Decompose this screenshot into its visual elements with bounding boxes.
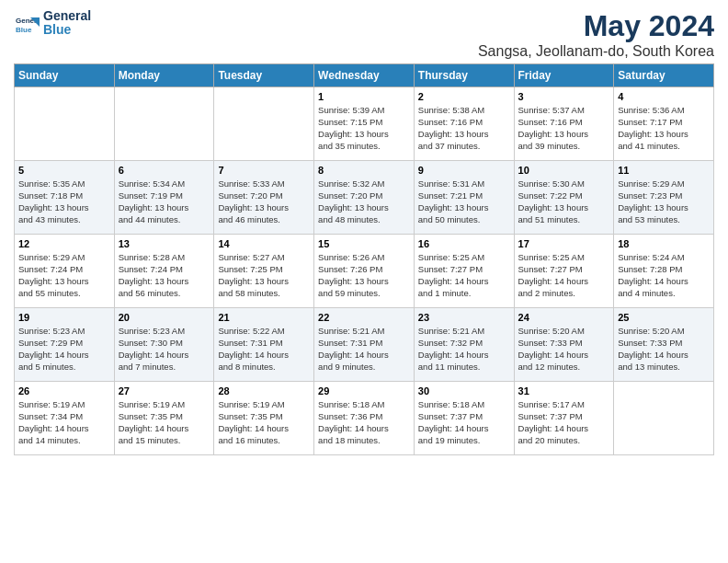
calendar-week-1: 1Sunrise: 5:39 AM Sunset: 7:15 PM Daylig… <box>15 87 714 161</box>
day-number: 4 <box>618 90 710 103</box>
calendar-week-4: 19Sunrise: 5:23 AM Sunset: 7:29 PM Dayli… <box>15 308 714 382</box>
calendar-week-5: 26Sunrise: 5:19 AM Sunset: 7:34 PM Dayli… <box>15 382 714 455</box>
calendar-cell: 9Sunrise: 5:31 AM Sunset: 7:21 PM Daylig… <box>414 161 514 235</box>
day-info: Sunrise: 5:21 AM Sunset: 7:32 PM Dayligh… <box>418 326 510 373</box>
day-info: Sunrise: 5:18 AM Sunset: 7:37 PM Dayligh… <box>418 399 510 446</box>
day-number: 9 <box>418 164 510 177</box>
calendar-cell: 15Sunrise: 5:26 AM Sunset: 7:26 PM Dayli… <box>314 235 415 308</box>
logo-line1: General <box>43 9 91 23</box>
calendar-cell: 31Sunrise: 5:17 AM Sunset: 7:37 PM Dayli… <box>514 382 614 455</box>
header-row: Sunday Monday Tuesday Wednesday Thursday… <box>15 64 714 87</box>
day-number: 21 <box>218 311 310 324</box>
day-info: Sunrise: 5:33 AM Sunset: 7:20 PM Dayligh… <box>218 178 310 225</box>
calendar-cell: 13Sunrise: 5:28 AM Sunset: 7:24 PM Dayli… <box>114 235 214 308</box>
day-info: Sunrise: 5:23 AM Sunset: 7:29 PM Dayligh… <box>18 326 110 373</box>
calendar-cell: 29Sunrise: 5:18 AM Sunset: 7:36 PM Dayli… <box>314 382 415 455</box>
day-number: 3 <box>518 90 610 103</box>
calendar-cell: 18Sunrise: 5:24 AM Sunset: 7:28 PM Dayli… <box>614 235 714 308</box>
day-number: 1 <box>318 90 410 103</box>
calendar-cell: 17Sunrise: 5:25 AM Sunset: 7:27 PM Dayli… <box>514 235 614 308</box>
day-number: 6 <box>119 164 210 177</box>
day-number: 14 <box>218 237 310 250</box>
logo-line2: Blue <box>43 23 91 37</box>
title-block: May 2024 Sangsa, Jeollanam-do, South Kor… <box>478 9 714 60</box>
calendar-week-2: 5Sunrise: 5:35 AM Sunset: 7:18 PM Daylig… <box>15 161 714 235</box>
calendar-cell: 24Sunrise: 5:20 AM Sunset: 7:33 PM Dayli… <box>514 308 614 382</box>
calendar-table: Sunday Monday Tuesday Wednesday Thursday… <box>14 63 714 455</box>
calendar-cell: 22Sunrise: 5:21 AM Sunset: 7:31 PM Dayli… <box>314 308 415 382</box>
day-number: 25 <box>618 311 710 324</box>
calendar-cell: 23Sunrise: 5:21 AM Sunset: 7:32 PM Dayli… <box>414 308 514 382</box>
calendar-cell: 11Sunrise: 5:29 AM Sunset: 7:23 PM Dayli… <box>614 161 714 235</box>
day-info: Sunrise: 5:25 AM Sunset: 7:27 PM Dayligh… <box>518 252 610 299</box>
day-info: Sunrise: 5:37 AM Sunset: 7:16 PM Dayligh… <box>518 105 610 152</box>
calendar-cell <box>15 87 115 161</box>
col-sunday: Sunday <box>15 64 115 87</box>
calendar-cell: 2Sunrise: 5:38 AM Sunset: 7:16 PM Daylig… <box>414 87 514 161</box>
calendar-cell: 30Sunrise: 5:18 AM Sunset: 7:37 PM Dayli… <box>414 382 514 455</box>
day-number: 29 <box>318 385 410 397</box>
day-number: 5 <box>18 164 110 177</box>
page-container: General Blue General Blue May 2024 Sangs… <box>0 0 728 465</box>
day-info: Sunrise: 5:24 AM Sunset: 7:28 PM Dayligh… <box>618 252 710 299</box>
header: General Blue General Blue May 2024 Sangs… <box>14 9 714 60</box>
calendar-week-3: 12Sunrise: 5:29 AM Sunset: 7:24 PM Dayli… <box>15 235 714 308</box>
calendar-cell: 27Sunrise: 5:19 AM Sunset: 7:35 PM Dayli… <box>114 382 214 455</box>
day-number: 20 <box>119 311 210 324</box>
day-number: 27 <box>119 385 210 397</box>
calendar-cell: 7Sunrise: 5:33 AM Sunset: 7:20 PM Daylig… <box>214 161 314 235</box>
col-friday: Friday <box>514 64 614 87</box>
page-title: May 2024 <box>478 9 714 43</box>
day-info: Sunrise: 5:17 AM Sunset: 7:37 PM Dayligh… <box>518 399 610 446</box>
day-number: 23 <box>418 311 510 324</box>
day-number: 24 <box>518 311 610 324</box>
day-info: Sunrise: 5:30 AM Sunset: 7:22 PM Dayligh… <box>518 178 610 225</box>
day-info: Sunrise: 5:22 AM Sunset: 7:31 PM Dayligh… <box>218 326 310 373</box>
day-number: 31 <box>518 385 610 397</box>
col-wednesday: Wednesday <box>314 64 415 87</box>
day-info: Sunrise: 5:36 AM Sunset: 7:17 PM Dayligh… <box>618 105 710 152</box>
calendar-cell: 3Sunrise: 5:37 AM Sunset: 7:16 PM Daylig… <box>514 87 614 161</box>
calendar-cell: 6Sunrise: 5:34 AM Sunset: 7:19 PM Daylig… <box>114 161 214 235</box>
day-number: 28 <box>218 385 310 397</box>
calendar-cell: 28Sunrise: 5:19 AM Sunset: 7:35 PM Dayli… <box>214 382 314 455</box>
day-info: Sunrise: 5:27 AM Sunset: 7:25 PM Dayligh… <box>218 252 310 299</box>
day-number: 26 <box>18 385 110 397</box>
day-number: 13 <box>119 237 210 250</box>
day-info: Sunrise: 5:31 AM Sunset: 7:21 PM Dayligh… <box>418 178 510 225</box>
day-info: Sunrise: 5:34 AM Sunset: 7:19 PM Dayligh… <box>119 178 210 225</box>
calendar-cell: 16Sunrise: 5:25 AM Sunset: 7:27 PM Dayli… <box>414 235 514 308</box>
calendar-cell: 5Sunrise: 5:35 AM Sunset: 7:18 PM Daylig… <box>15 161 115 235</box>
day-number: 18 <box>618 237 710 250</box>
day-info: Sunrise: 5:32 AM Sunset: 7:20 PM Dayligh… <box>318 178 410 225</box>
day-info: Sunrise: 5:18 AM Sunset: 7:36 PM Dayligh… <box>318 399 410 446</box>
day-info: Sunrise: 5:19 AM Sunset: 7:35 PM Dayligh… <box>218 399 310 446</box>
day-number: 12 <box>18 237 110 250</box>
calendar-cell: 12Sunrise: 5:29 AM Sunset: 7:24 PM Dayli… <box>15 235 115 308</box>
calendar-cell: 25Sunrise: 5:20 AM Sunset: 7:33 PM Dayli… <box>614 308 714 382</box>
day-number: 16 <box>418 237 510 250</box>
page-subtitle: Sangsa, Jeollanam-do, South Korea <box>478 43 714 60</box>
calendar-cell <box>114 87 214 161</box>
day-info: Sunrise: 5:21 AM Sunset: 7:31 PM Dayligh… <box>318 326 410 373</box>
logo-icon: General Blue <box>14 10 40 36</box>
day-info: Sunrise: 5:26 AM Sunset: 7:26 PM Dayligh… <box>318 252 410 299</box>
day-number: 15 <box>318 237 410 250</box>
day-info: Sunrise: 5:23 AM Sunset: 7:30 PM Dayligh… <box>119 326 210 373</box>
day-number: 8 <box>318 164 410 177</box>
day-info: Sunrise: 5:38 AM Sunset: 7:16 PM Dayligh… <box>418 105 510 152</box>
calendar-cell: 14Sunrise: 5:27 AM Sunset: 7:25 PM Dayli… <box>214 235 314 308</box>
calendar-cell: 1Sunrise: 5:39 AM Sunset: 7:15 PM Daylig… <box>314 87 415 161</box>
day-number: 30 <box>418 385 510 397</box>
day-number: 2 <box>418 90 510 103</box>
col-saturday: Saturday <box>614 64 714 87</box>
calendar-cell: 21Sunrise: 5:22 AM Sunset: 7:31 PM Dayli… <box>214 308 314 382</box>
calendar-header: Sunday Monday Tuesday Wednesday Thursday… <box>15 64 714 87</box>
calendar-cell: 26Sunrise: 5:19 AM Sunset: 7:34 PM Dayli… <box>15 382 115 455</box>
day-info: Sunrise: 5:19 AM Sunset: 7:35 PM Dayligh… <box>119 399 210 446</box>
calendar-cell: 20Sunrise: 5:23 AM Sunset: 7:30 PM Dayli… <box>114 308 214 382</box>
day-info: Sunrise: 5:29 AM Sunset: 7:24 PM Dayligh… <box>18 252 110 299</box>
day-info: Sunrise: 5:25 AM Sunset: 7:27 PM Dayligh… <box>418 252 510 299</box>
day-number: 22 <box>318 311 410 324</box>
day-info: Sunrise: 5:39 AM Sunset: 7:15 PM Dayligh… <box>318 105 410 152</box>
